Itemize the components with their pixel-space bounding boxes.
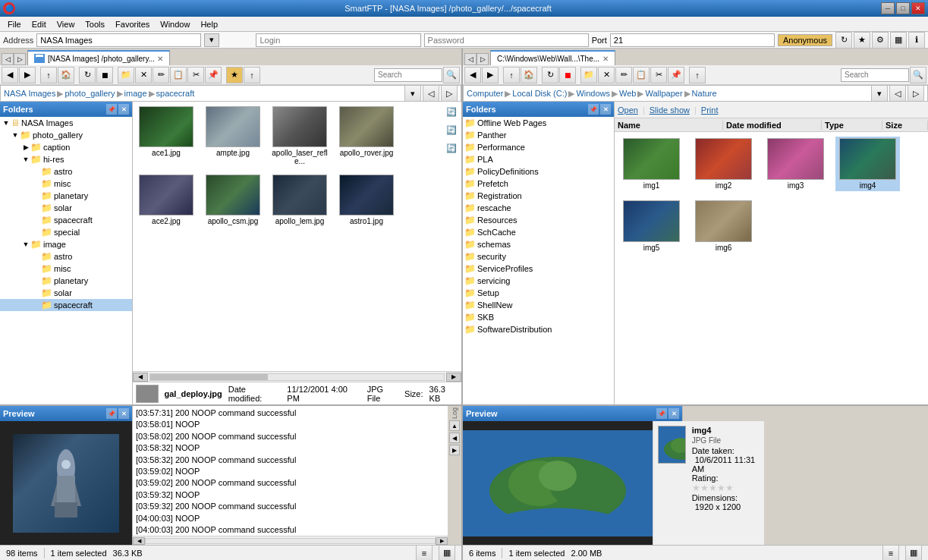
right-tree-performance[interactable]: 📁 Performance (463, 141, 614, 153)
right-cut-button[interactable]: ✂ (650, 67, 667, 83)
right-file-img3[interactable]: img3 (763, 137, 828, 191)
tree-item-image-spacecraft[interactable]: 📁 spacecraft (0, 299, 132, 311)
tree-item-hires[interactable]: ▼ 📁 hi-res (0, 153, 132, 165)
left-preview-close[interactable]: ✕ (118, 408, 129, 419)
right-newfolder-button[interactable]: 📁 (580, 67, 597, 83)
right-tree-skb[interactable]: 📁 SKB (463, 311, 614, 323)
log-scroll-right[interactable]: ▶ (436, 537, 448, 545)
right-search-input[interactable] (841, 68, 909, 82)
right-folders-tree[interactable]: 📁 Offline Web Pages 📁 Panther 📁 Performa… (463, 117, 614, 404)
file-apollo-rover[interactable]: apollo_rover.jpg (336, 105, 397, 167)
log-side-btn3[interactable]: ▶ (449, 445, 460, 455)
menu-help[interactable]: Help (196, 18, 222, 30)
right-tree-softwaredist[interactable]: 📁 SoftwareDistribution (463, 323, 614, 335)
right-up-button[interactable]: ↑ (503, 67, 520, 83)
file-ampte[interactable]: ampte.jpg (203, 105, 263, 167)
tree-item-hires-solar[interactable]: 📁 solar (0, 202, 132, 214)
menu-file[interactable]: File (3, 18, 26, 30)
col-datemod[interactable]: Date modified (723, 121, 822, 130)
right-tree-panther[interactable]: 📁 Panther (463, 129, 614, 141)
breadcrumb-windows[interactable]: Windows (576, 89, 610, 98)
minimize-button[interactable]: ─ (881, 2, 895, 14)
menu-favorites[interactable]: Favorites (111, 18, 154, 30)
col-name[interactable]: Name (615, 121, 723, 130)
right-forward-button[interactable]: ▶ (482, 67, 499, 83)
breadcrumb-web[interactable]: Web (619, 89, 636, 98)
right-folders-close[interactable]: ✕ (600, 104, 611, 115)
tree-item-photogallery[interactable]: ▼ 📁 photo_gallery (0, 129, 132, 141)
breadcrumb-localdisk[interactable]: Local Disk (C:) (512, 89, 567, 98)
right-tree-offline[interactable]: 📁 Offline Web Pages (463, 117, 614, 129)
left-view-toggle2[interactable]: ▦ (439, 545, 455, 561)
gear-button[interactable]: ⚙ (872, 32, 889, 49)
right-tab-prev[interactable]: ◁ (464, 53, 477, 65)
right-upload-button[interactable]: ↑ (689, 67, 706, 83)
breadcrumb-image[interactable]: image (124, 89, 147, 98)
right-tree-security[interactable]: 📁 security (463, 250, 614, 263)
right-tree-registration[interactable]: 📁 Registration (463, 190, 614, 202)
file-apollo-lem[interactable]: apollo_lem.jpg (269, 173, 330, 227)
left-up-button[interactable]: ↑ (40, 67, 57, 83)
tree-item-hires-special[interactable]: 📁 special (0, 226, 132, 238)
right-file-img5[interactable]: img5 (619, 199, 684, 253)
tree-item-image[interactable]: ▼ 📁 image (0, 238, 132, 250)
action-slideshow[interactable]: Slide show (650, 105, 690, 115)
right-tab-close[interactable]: ✕ (602, 55, 609, 63)
right-file-img6[interactable]: img6 (691, 199, 756, 253)
right-rename-button[interactable]: ✏ (615, 67, 632, 83)
left-search-input[interactable] (374, 68, 442, 82)
log-scroll-track[interactable] (145, 538, 436, 544)
left-folders-pin[interactable]: 📌 (106, 104, 117, 115)
right-file-img1[interactable]: img1 (619, 137, 684, 191)
left-cut-button[interactable]: ✂ (187, 67, 204, 83)
address-go-button[interactable]: ▾ (204, 33, 219, 47)
breadcrumb-nature[interactable]: Nature (692, 89, 717, 98)
left-refresh-button[interactable]: ↻ (79, 67, 96, 83)
left-next-dir[interactable]: ▷ (441, 85, 458, 102)
left-tab-prev[interactable]: ◁ (2, 53, 14, 65)
right-tree-policydefs[interactable]: 📁 PolicyDefinitions (463, 165, 614, 178)
right-view-toggle1[interactable]: ≡ (882, 545, 899, 561)
log-hscrollbar[interactable]: ◀ ▶ (133, 536, 448, 545)
left-special-button[interactable]: ★ (226, 67, 243, 83)
log-scroll-left[interactable]: ◀ (133, 537, 145, 545)
menu-view[interactable]: View (52, 18, 80, 30)
maximize-button[interactable]: □ (896, 2, 910, 14)
right-view-toggle2[interactable]: ▦ (905, 545, 922, 561)
file-apollo-csm[interactable]: apollo_csm.jpg (203, 173, 263, 227)
right-tree-servicing[interactable]: 📁 servicing (463, 275, 614, 287)
view-button[interactable]: ▦ (890, 32, 907, 49)
tree-item-nasaimages[interactable]: ▼ 🖥 NASA Images (0, 117, 132, 129)
left-tab-close[interactable]: ✕ (157, 55, 163, 63)
file-astro1[interactable]: astro1.jpg (336, 173, 397, 227)
breadcrumb-photogallery[interactable]: photo_gallery (64, 89, 115, 98)
close-button[interactable]: ✕ (911, 2, 925, 14)
right-tree-prefetch[interactable]: 📁 Prefetch (463, 178, 614, 190)
tree-item-hires-spacecraft[interactable]: 📁 spacecraft (0, 214, 132, 226)
tree-item-hires-planetary[interactable]: 📁 planetary (0, 190, 132, 202)
file-apollo-laser[interactable]: apollo_laser_refle... (269, 105, 330, 167)
right-prev-dir[interactable]: ◁ (889, 85, 906, 102)
col-size[interactable]: Size (882, 121, 928, 130)
log-side-btn2[interactable]: ◀ (449, 433, 460, 443)
log-side-btn1[interactable]: ▲ (449, 420, 460, 431)
right-tab-main[interactable]: C:\Windows\Web\Wall...\The... ✕ (490, 50, 615, 65)
right-tree-schemas[interactable]: 📁 schemas (463, 238, 614, 250)
left-prev-dir[interactable]: ◁ (423, 85, 439, 102)
port-input[interactable] (610, 33, 775, 47)
scroll-btn3[interactable]: 🔄 (443, 140, 460, 156)
left-breadcrumb-btn[interactable]: ▾ (404, 85, 421, 102)
breadcrumb-wallpaper[interactable]: Wallpaper (645, 89, 682, 98)
scroll-btn1[interactable]: 🔄 (443, 103, 460, 120)
right-tree-serviceprofiles[interactable]: 📁 ServiceProfiles (463, 263, 614, 275)
right-refresh-button[interactable]: ↻ (542, 67, 558, 83)
tree-item-image-planetary[interactable]: 📁 planetary (0, 275, 132, 287)
menu-edit[interactable]: Edit (27, 18, 51, 30)
tree-item-image-misc[interactable]: 📁 misc (0, 263, 132, 275)
scroll-btn2[interactable]: 🔄 (443, 121, 460, 138)
left-paste-button[interactable]: 📌 (205, 67, 222, 83)
right-tree-setup[interactable]: 📁 Setup (463, 287, 614, 299)
breadcrumb-computer[interactable]: Computer (467, 89, 503, 98)
tree-item-image-astro[interactable]: 📁 astro (0, 250, 132, 263)
login-input[interactable] (256, 33, 420, 47)
